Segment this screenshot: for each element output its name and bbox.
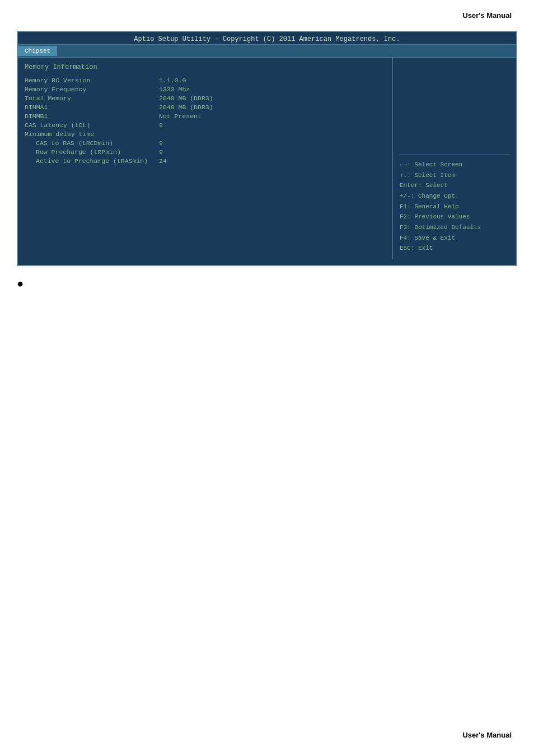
help-select-screen: ←→: Select Screen: [400, 160, 509, 170]
bios-row-dimmb1: DIMMB1 Not Present: [25, 113, 386, 120]
bios-row-total-memory: Total Memory 2048 MB (DDR3): [25, 95, 386, 102]
help-enter-select: Enter: Select: [400, 180, 509, 191]
help-esc-exit: ESC: Exit: [400, 243, 509, 254]
bios-value-row-precharge: 9: [159, 148, 163, 156]
bios-value-total-memory: 2048 MB (DDR3): [159, 95, 213, 102]
bios-label-cas-latency: CAS Latency (tCL): [25, 122, 159, 129]
help-change-opt: +/-: Change Opt.: [400, 191, 509, 202]
bios-label-dimma1: DIMMA1: [25, 104, 159, 111]
page-footer-title: User's Manual: [462, 731, 512, 739]
bios-label-memory-rc: Memory RC Version: [25, 77, 159, 84]
bios-help-panel: ←→: Select Screen ↑↓: Select Item Enter:…: [400, 160, 509, 254]
page-header-title: User's Manual: [0, 0, 534, 25]
bios-label-row-precharge: Row Precharge (tRPmin): [25, 148, 159, 156]
help-optimized-defaults: F3: Optimized Defaults: [400, 222, 509, 233]
bios-title-bar: Aptio Setup Utility - Copyright (C) 2011…: [18, 32, 516, 45]
bios-value-dimmb1: Not Present: [159, 113, 202, 120]
bios-row-memory-rc: Memory RC Version 1.1.0.0: [25, 77, 386, 84]
help-general-help: F1: General Help: [400, 202, 509, 212]
bios-value-memory-freq: 1333 Mhz: [159, 86, 190, 93]
bios-row-min-delay: Minimum delay time: [25, 130, 386, 138]
bios-label-active-precharge: Active to Precharge (tRASmin): [25, 157, 159, 165]
bios-label-cas-to-ras: CAS to RAS (tRCDmin): [25, 139, 159, 147]
bios-main-area: Memory Information Memory RC Version 1.1…: [18, 58, 516, 259]
bios-value-cas-to-ras: 9: [159, 139, 163, 147]
bullet-point: ●: [17, 277, 517, 290]
bios-value-active-precharge: 24: [159, 157, 167, 165]
bios-value-memory-rc: 1.1.0.0: [159, 77, 186, 84]
bios-left-panel: Memory Information Memory RC Version 1.1…: [18, 58, 393, 259]
bios-value-dimma1: 2048 MB (DDR3): [159, 104, 213, 111]
bios-label-memory-freq: Memory Frequency: [25, 86, 159, 93]
bios-row-dimma1: DIMMA1 2048 MB (DDR3): [25, 104, 386, 111]
bios-row-cas-latency: CAS Latency (tCL) 9: [25, 122, 386, 129]
bios-row-memory-freq: Memory Frequency 1333 Mhz: [25, 86, 386, 93]
bios-value-cas-latency: 9: [159, 122, 163, 129]
help-save-exit: F4: Save & Exit: [400, 233, 509, 244]
bios-row-row-precharge: Row Precharge (tRPmin) 9: [25, 148, 386, 156]
bios-right-panel: ←→: Select Screen ↑↓: Select Item Enter:…: [393, 58, 516, 259]
bios-label-min-delay: Minimum delay time: [25, 130, 159, 138]
bios-row-active-precharge: Active to Precharge (tRASmin) 24: [25, 157, 386, 165]
bios-label-total-memory: Total Memory: [25, 95, 159, 102]
bios-tab-bar: Chipset: [18, 45, 516, 58]
bios-label-dimmb1: DIMMB1: [25, 113, 159, 120]
bios-screen: Aptio Setup Utility - Copyright (C) 2011…: [17, 31, 517, 266]
bios-tab-chipset[interactable]: Chipset: [18, 46, 57, 56]
bios-section-title: Memory Information: [25, 63, 386, 71]
bios-divider: [400, 155, 509, 155]
help-previous-values: F2: Previous Values: [400, 212, 509, 222]
help-select-item: ↑↓: Select Item: [400, 170, 509, 181]
bios-row-cas-to-ras: CAS to RAS (tRCDmin) 9: [25, 139, 386, 147]
